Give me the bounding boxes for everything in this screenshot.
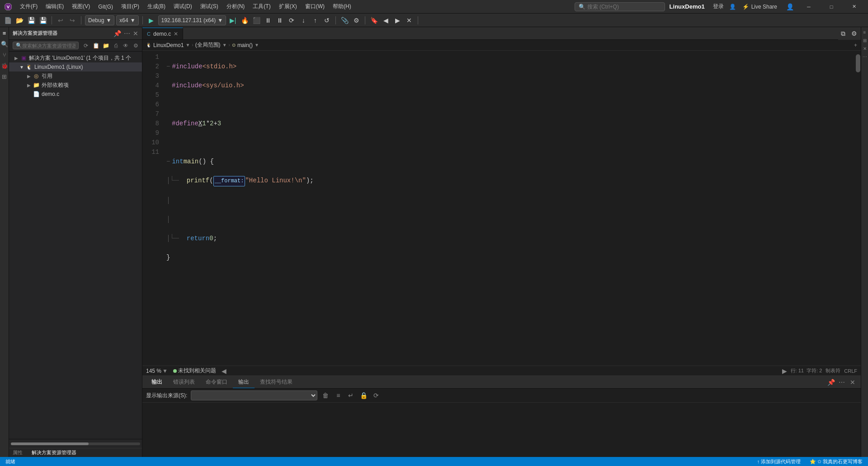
bc-function-dropdown[interactable]: ▼ (255, 43, 259, 48)
menu-help[interactable]: 帮助(H) (329, 2, 355, 11)
sidebar-pin-icon[interactable]: 📌 (113, 30, 121, 37)
output-clear-btn[interactable]: 🗑 (321, 391, 330, 400)
activity-extensions[interactable]: ⊞ (0, 72, 9, 81)
menu-analyze[interactable]: 分析(N) (223, 2, 249, 11)
output-lock-scroll-btn[interactable]: 🔒 (359, 391, 368, 400)
zoom-dropdown[interactable]: ▼ (162, 368, 168, 374)
step-into-btn[interactable]: ↓ (298, 15, 308, 25)
activity-debug[interactable]: 🐞 (0, 62, 9, 70)
attach-btn[interactable]: 📎 (340, 15, 349, 25)
editor-tab-demo-c[interactable]: C demo.c ✕ (142, 28, 183, 39)
config-dropdown[interactable]: Debug ▼ (85, 15, 114, 25)
prev-bookmark-btn[interactable]: ◀ (381, 15, 391, 25)
redo-btn[interactable]: ↪ (67, 15, 77, 25)
output-tab-command[interactable]: 命令窗口 (200, 376, 233, 388)
notification-btn[interactable]: ⭐ ✩ 我真的石更写博客 (808, 457, 864, 466)
sidebar-close-icon[interactable]: ✕ (133, 30, 138, 37)
signin-button[interactable]: 登录 (709, 3, 727, 10)
output-word-wrap-btn[interactable]: ↵ (346, 391, 355, 400)
no-issues-indicator[interactable]: 未找到相关问题 (171, 366, 218, 376)
rp-icon-4[interactable]: ⋯ (862, 53, 868, 60)
tab-settings-btn[interactable]: ⚙ (849, 29, 859, 38)
bookmark-btn[interactable]: 🔖 (369, 15, 379, 25)
fold-6[interactable]: − (166, 157, 170, 166)
sidebar-all-files-btn[interactable]: 📁 (101, 41, 110, 50)
tab-size-info[interactable]: 制表符 (826, 367, 840, 374)
minimize-button[interactable]: ─ (798, 0, 819, 14)
step-over-btn[interactable]: ⟳ (287, 15, 297, 25)
prop-tab-properties[interactable]: 属性 (11, 449, 24, 456)
sidebar-settings-btn[interactable]: ⚙ (131, 41, 140, 50)
run-btn[interactable]: ▶ (146, 15, 156, 25)
sidebar-sync-btn[interactable]: ⟳ (81, 41, 90, 50)
menu-extensions[interactable]: 扩展(X) (275, 2, 301, 11)
sidebar-new-file-btn[interactable]: ⎙ (111, 41, 120, 50)
bc-scope-dropdown[interactable]: ▼ (222, 43, 227, 48)
ready-status[interactable]: 就绪 (4, 457, 17, 466)
output-tab-output[interactable]: 输出 (233, 376, 255, 388)
restore-button[interactable]: □ (821, 0, 842, 14)
zoom-level[interactable]: 145 % ▼ (146, 368, 168, 374)
sidebar-prop-btn[interactable]: 📋 (91, 41, 100, 50)
rp-icon-3[interactable]: ✕ (862, 45, 868, 52)
scroll-right-btn[interactable]: ▶ (782, 367, 787, 375)
add-code-mgmt-btn[interactable]: ↑ 添加到源代码管理 (755, 457, 802, 466)
profile-icon[interactable]: 👤 (783, 3, 797, 10)
rp-icon-2[interactable]: ⊞ (862, 37, 868, 43)
output-pin-btn[interactable]: 📌 (826, 378, 835, 387)
activity-git[interactable]: ⑂ (0, 51, 9, 59)
live-share-button[interactable]: ⚡ Live Share (738, 3, 782, 11)
step-out-btn[interactable]: ⬛ (251, 15, 261, 25)
clear-bookmarks-btn[interactable]: ✕ (404, 15, 414, 25)
prop-tab-solution-explorer[interactable]: 解决方案资源管理器 (30, 449, 78, 456)
tab-split-btn[interactable]: ⧉ (838, 29, 848, 38)
ref-item[interactable]: ▶ ◎ 引用 (9, 71, 142, 81)
close-button[interactable]: ✕ (844, 0, 864, 14)
refresh-btn[interactable]: ↺ (322, 15, 332, 25)
output-copy-btn[interactable]: ⟳ (372, 391, 381, 400)
menu-tools[interactable]: 工具(T) (249, 2, 274, 11)
scroll-left-btn[interactable]: ◀ (222, 367, 226, 375)
sidebar-preview-btn[interactable]: 👁 (121, 41, 130, 50)
search-solution-box[interactable]: 🔍 (13, 42, 79, 49)
menu-debug[interactable]: 调试(D) (170, 2, 196, 11)
save-all-btn[interactable]: 💾 (38, 15, 48, 25)
output-close-btn[interactable]: ✕ (848, 378, 857, 387)
undo-btn[interactable]: ↩ (56, 15, 66, 25)
debug-config-btn[interactable]: ⚙ (351, 15, 361, 25)
new-project-btn[interactable]: 📄 (3, 15, 13, 25)
step-icons[interactable]: ⏸ (263, 15, 273, 25)
tab-close-btn[interactable]: ✕ (174, 31, 178, 37)
save-btn[interactable]: 💾 (26, 15, 36, 25)
activity-search[interactable]: 🔍 (0, 40, 9, 48)
output-more-btn[interactable]: ⋯ (837, 378, 846, 387)
output-tab-find-symbols[interactable]: 查找符号结果 (255, 376, 298, 388)
step-out2-btn[interactable]: ↑ (310, 15, 320, 25)
breadcrumb-right-btn[interactable]: + (854, 42, 857, 48)
menu-view[interactable]: 视图(V) (68, 2, 94, 11)
menu-test[interactable]: 测试(S) (197, 2, 222, 11)
search-input[interactable] (587, 4, 651, 10)
fold-1[interactable]: − (166, 62, 170, 71)
menu-project[interactable]: 项目(P) (118, 2, 143, 11)
file-item-demo-c[interactable]: 📄 demo.c (9, 90, 142, 99)
project-item[interactable]: ▼ 🐧 LinuxDemo1 (Linux) (9, 62, 142, 71)
line-ending-info[interactable]: CRLF (844, 368, 857, 374)
code-content[interactable]: −#include <stdio.h> #include <sys/uio.h>… (163, 51, 855, 366)
title-search-box[interactable]: 🔍 (575, 2, 665, 11)
breadcrumb-scope[interactable]: (全局范围) ▼ (195, 41, 227, 49)
rp-icon-1[interactable]: ≡ (862, 29, 868, 35)
menu-edit[interactable]: 编辑(E) (42, 2, 67, 11)
sidebar-scrollbar[interactable] (11, 442, 140, 445)
breakpoints-btn[interactable]: ⏸ (275, 15, 285, 25)
open-btn[interactable]: 📂 (14, 15, 24, 25)
output-filter-btn[interactable]: ≡ (334, 391, 343, 400)
next-bookmark-btn[interactable]: ▶ (392, 15, 402, 25)
breadcrumb-project[interactable]: 🐧 LinuxDemo1 ▼ (146, 42, 190, 48)
sidebar-more-icon[interactable]: ⋯ (124, 30, 130, 37)
line-col-info[interactable]: 行: 11 字符: 2 (791, 367, 822, 374)
bc-project-dropdown[interactable]: ▼ (185, 43, 190, 48)
hot-reload-btn[interactable]: 🔥 (240, 15, 250, 25)
menu-git[interactable]: Git(G) (94, 3, 117, 11)
activity-explorer[interactable]: ≡ (0, 29, 9, 37)
